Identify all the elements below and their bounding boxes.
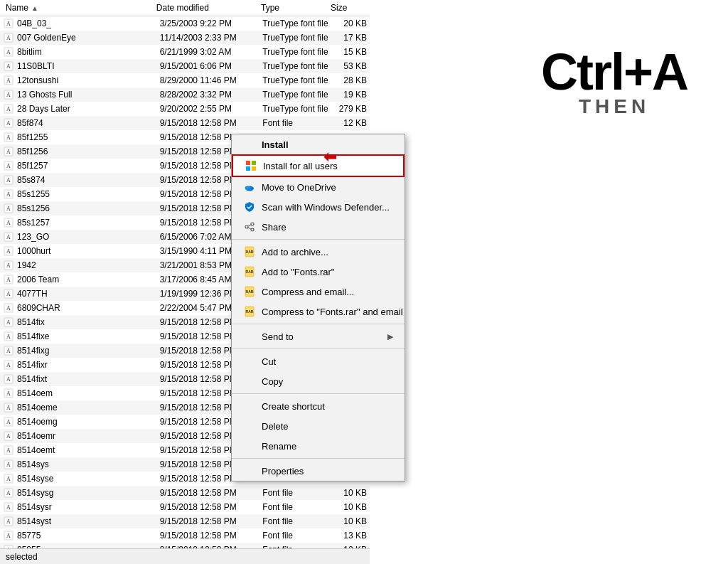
svg-text:A: A [6,390,11,397]
file-icon: A [3,174,14,186]
table-row[interactable]: A 12tonsushi 8/29/2000 11:46 PM TrueType… [0,73,370,87]
cell-type: TrueType font file [259,33,328,43]
cm-icon-cut [243,355,256,368]
svg-text:A: A [6,206,11,212]
file-icon: A [3,117,14,129]
cell-name: 8514oemt [17,445,157,455]
file-icon: A [3,501,14,513]
file-icon: A [3,473,14,484]
cm-item-install[interactable]: Install [232,134,405,154]
file-icon: A [3,260,14,271]
svg-text:A: A [6,92,11,98]
cm-item-copy[interactable]: Copy [232,371,405,391]
cell-date: 8/29/2000 11:46 PM [157,75,260,85]
cell-name: 1942 [17,260,157,270]
cm-item-share[interactable]: Share [232,217,405,237]
svg-text:A: A [6,220,11,226]
header-size[interactable]: Size [328,3,370,13]
header-date[interactable]: Date modified [154,3,258,13]
cm-separator [232,458,405,459]
svg-text:A: A [6,447,11,454]
cm-icon-properties [243,464,256,477]
file-icon: A [3,46,14,58]
table-row[interactable]: A 85f874 9/15/2018 12:58 PM Font file 12… [0,116,370,130]
cm-separator [232,239,405,240]
cm-item-add-fonts-rar[interactable]: RAR Add to "Fonts.rar" [232,262,405,282]
cm-item-properties[interactable]: Properties [232,461,405,481]
cell-name: 12tonsushi [17,75,157,85]
cell-type: TrueType font file [259,90,328,100]
svg-text:A: A [6,262,11,269]
table-row[interactable]: A 8514syst 9/15/2018 12:58 PM Font file … [0,514,370,528]
cell-name: 6809CHAR [17,303,157,313]
cm-item-create-shortcut[interactable]: Create shortcut [232,396,405,416]
cell-type: TrueType font file [259,104,328,114]
cell-name: 8514syse [17,474,157,484]
submenu-arrow: ▶ [387,332,393,341]
red-arrow-indicator: ⬅ [323,148,336,166]
cm-label-create-shortcut: Create shortcut [262,401,325,412]
cell-name: 8514fixt [17,374,157,384]
cm-item-move-onedrive[interactable]: Move to OneDrive [232,177,405,197]
cm-label-share: Share [262,222,287,233]
file-icon: A [3,188,14,200]
cm-label-compress-rar-email: Compress to "Fonts.rar" and email [262,307,403,317]
cell-name: 11S0BLTI [17,61,157,71]
cell-name: 13 Ghosts Full [17,90,157,100]
cell-name: 8514oeme [17,403,157,413]
file-icon: A [3,89,14,100]
header-type[interactable]: Type [258,3,328,13]
table-row[interactable]: A 007 GoldenEye 11/14/2003 2:33 PM TrueT… [0,31,370,45]
table-row[interactable]: A 04B_03_ 3/25/2003 9:22 PM TrueType fon… [0,16,370,31]
cm-icon-compress-rar-email: RAR [243,305,256,318]
cm-item-compress-email[interactable]: RAR Compress and email... [232,282,405,302]
cell-size: 19 KB [328,90,370,100]
cell-name: 85s1257 [17,218,157,228]
cell-size: 53 KB [328,61,370,71]
cell-name: 8514sysg [17,488,157,498]
cm-icon-move-onedrive [243,181,256,193]
cm-item-send-to[interactable]: Send to▶ [232,326,405,346]
table-row[interactable]: A 85775 9/15/2018 12:58 PM Font file 13 … [0,528,370,543]
svg-point-94 [251,228,254,231]
cm-item-scan-defender[interactable]: Scan with Windows Defender... [232,197,405,217]
table-row[interactable]: A 8bitlim 6/21/1999 3:02 AM TrueType fon… [0,45,370,59]
cell-name: 007 GoldenEye [17,33,157,43]
cell-date: 9/15/2018 12:58 PM [157,531,260,541]
cm-item-cut[interactable]: Cut [232,351,405,371]
cm-item-compress-rar-email[interactable]: RAR Compress to "Fonts.rar" and email [232,302,405,321]
cell-name: 8514oemg [17,417,157,427]
file-icon: A [3,18,14,29]
table-row[interactable]: A 8514sysr 9/15/2018 12:58 PM Font file … [0,500,370,514]
file-icon: A [3,146,14,157]
file-icon: A [3,359,14,371]
cell-type: Font file [259,488,328,498]
svg-text:A: A [6,533,11,539]
file-icon: A [3,459,14,470]
svg-text:A: A [6,149,11,155]
cm-item-delete[interactable]: Delete [232,416,405,436]
cell-name: 4077TH [17,289,157,299]
cm-item-add-archive[interactable]: RAR Add to archive... [232,242,405,262]
svg-text:A: A [6,490,11,496]
table-row[interactable]: A 11S0BLTI 9/15/2001 6:06 PM TrueType fo… [0,59,370,73]
cm-icon-scan-defender [243,201,256,213]
file-icon: A [3,388,14,399]
table-row[interactable]: A 8514sysg 9/15/2018 12:58 PM Font file … [0,486,370,500]
cell-date: 8/28/2002 3:32 PM [157,90,260,100]
table-row[interactable]: A 13 Ghosts Full 8/28/2002 3:32 PM TrueT… [0,87,370,102]
file-icon: A [3,402,14,413]
svg-text:A: A [6,63,11,70]
cm-item-install-all-users[interactable]: Install for all users [232,154,405,177]
svg-rect-87 [252,161,256,165]
table-row[interactable]: A 28 Days Later 9/20/2002 2:55 PM TrueTy… [0,102,370,116]
cm-item-rename[interactable]: Rename [232,436,405,456]
cell-name: 85f1255 [17,132,157,142]
cell-type: TrueType font file [259,47,328,57]
cell-size: 28 KB [328,75,370,85]
header-name[interactable]: Name ▲ [0,3,154,13]
cell-name: 2006 Team [17,275,157,284]
svg-text:A: A [6,348,11,354]
cell-name: 8514fixg [17,346,157,356]
cell-type: Font file [259,118,328,128]
